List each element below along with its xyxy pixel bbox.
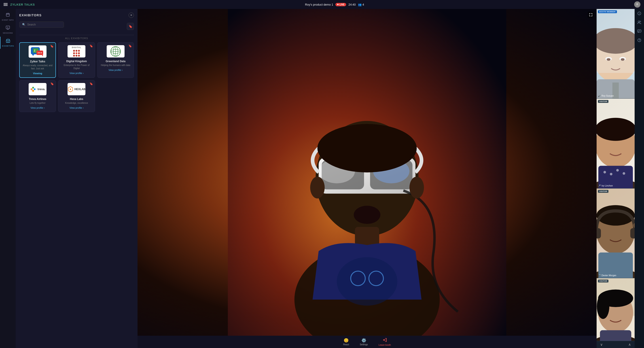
svg-marker-18 bbox=[42, 55, 43, 56]
all-exhibitors-label: ALL EXHIBITORS bbox=[19, 35, 134, 40]
svg-point-27 bbox=[34, 88, 36, 90]
svg-point-17 bbox=[41, 52, 42, 53]
card-name-hex: Hexa Labs bbox=[70, 98, 83, 101]
sidebar-label-sessions: SESSIONS bbox=[3, 32, 13, 34]
exhibitor-card-digital-kingdom[interactable]: 🔖 DIGITAL bbox=[58, 42, 95, 78]
bookmark-icon-dk[interactable]: 🔖 bbox=[90, 44, 93, 48]
card-name-zt: Zylker Talks bbox=[30, 60, 45, 63]
card-name-treva: Treva Airlines bbox=[29, 98, 46, 101]
hamburger-menu[interactable] bbox=[4, 3, 8, 6]
sidebar-item-event-info[interactable]: EVENT INFO bbox=[0, 11, 16, 23]
svg-point-15 bbox=[38, 52, 39, 53]
card-name-gd: Greenland Data bbox=[106, 60, 126, 63]
logo-digital-kingdom: DIGITAL bbox=[68, 45, 86, 58]
svg-text:Z: Z bbox=[34, 50, 35, 52]
exhibitors-panel: EXHIBITORS ✕ 🔍 🔖 ALL EXHIBITORS 🔖 Z bbox=[16, 9, 138, 174]
card-action-zt[interactable]: Viewing bbox=[33, 72, 42, 75]
search-icon: 🔍 bbox=[22, 23, 26, 26]
card-action-dk[interactable]: View profile › bbox=[70, 72, 84, 74]
exhibitor-card-hexa-labs[interactable]: 🔖 HEXLAB Hexa Labs Knowledge, excellence… bbox=[58, 80, 95, 112]
card-action-hex[interactable]: View profile › bbox=[70, 106, 84, 109]
card-desc-gd: Helping the humans with data bbox=[101, 64, 130, 67]
bookmark-filter-button[interactable]: 🔖 bbox=[127, 23, 134, 30]
sidebar-label-exhibitors: EXHIBITORS bbox=[2, 45, 14, 47]
main-area: EXHIBITORS ✕ 🔍 🔖 ALL EXHIBITORS 🔖 Z bbox=[16, 9, 322, 174]
logo-treva-airlines: treva. bbox=[28, 83, 46, 95]
exhibitors-icon bbox=[6, 38, 10, 44]
card-action-treva[interactable]: View profile › bbox=[30, 106, 44, 109]
sidebar-item-exhibitors[interactable]: EXHIBITORS bbox=[0, 37, 16, 49]
logo-greenland-data bbox=[107, 45, 124, 58]
event-info-icon bbox=[6, 12, 10, 18]
svg-point-26 bbox=[32, 87, 34, 88]
logo-hexa-labs: HEXLAB bbox=[68, 83, 86, 95]
bookmark-icon-hex[interactable]: 🔖 bbox=[90, 82, 93, 86]
exhibitors-header: EXHIBITORS ✕ bbox=[19, 12, 134, 18]
svg-rect-0 bbox=[6, 14, 10, 16]
bookmark-icon-gd[interactable]: 🔖 bbox=[128, 44, 132, 48]
svg-point-25 bbox=[31, 88, 32, 90]
card-desc-hex: Knowledge, excellence bbox=[65, 102, 88, 105]
left-sidebar: EVENT INFO SESSIONS EXHIBITORS bbox=[0, 9, 16, 174]
close-exhibitors-button[interactable]: ✕ bbox=[128, 12, 134, 18]
search-input[interactable] bbox=[27, 23, 56, 26]
search-bar: 🔍 bbox=[19, 22, 64, 28]
exhibitors-title: EXHIBITORS bbox=[19, 14, 42, 17]
event-title: Roy's product demo 1 bbox=[305, 3, 322, 6]
card-desc-zt: Always ready, connected, and fast. Just … bbox=[22, 64, 53, 70]
exhibitor-card-treva-airlines[interactable]: 🔖 treva. Treva Airlines Lets f bbox=[19, 80, 56, 112]
svg-marker-13 bbox=[32, 54, 34, 56]
card-desc-dk: Enterprise to the Power of Digital bbox=[61, 64, 92, 70]
svg-point-30 bbox=[70, 88, 71, 90]
video-area: 😊 React ⚙️ Settings Leave booth bbox=[138, 9, 322, 174]
exhibitor-card-zylker-talks[interactable]: 🔖 Z Zylker Talks Always rea bbox=[19, 42, 56, 78]
nav-center: Roy's product demo 1 LIVE 24:40 👥 4 bbox=[35, 3, 322, 6]
svg-rect-8 bbox=[6, 40, 10, 42]
top-nav: ZYLKER TALKS Roy's product demo 1 LIVE 2… bbox=[0, 0, 322, 9]
exhibitor-grid: 🔖 Z Zylker Talks Always rea bbox=[19, 42, 134, 112]
sidebar-label-event-info: EVENT INFO bbox=[2, 19, 14, 21]
svg-point-16 bbox=[39, 52, 40, 53]
svg-point-28 bbox=[32, 90, 34, 92]
sessions-icon bbox=[6, 26, 10, 31]
brand-name: ZYLKER TALKS bbox=[10, 3, 35, 6]
exhibitor-card-greenland-data[interactable]: 🔖 Greenland Data Helping the humans with… bbox=[97, 42, 134, 78]
svg-rect-9 bbox=[8, 41, 9, 42]
card-name-dk: Digital Kingdom bbox=[66, 60, 87, 63]
sidebar-item-sessions[interactable]: SESSIONS bbox=[0, 24, 16, 36]
video-placeholder bbox=[138, 9, 322, 174]
bookmark-icon-treva[interactable]: 🔖 bbox=[50, 82, 54, 86]
logo-zylker-talks: Z bbox=[28, 46, 46, 58]
video-main bbox=[138, 9, 322, 174]
card-action-gd[interactable]: View profile › bbox=[108, 69, 122, 71]
bookmark-icon-zt[interactable]: 🔖 bbox=[50, 44, 54, 48]
svg-marker-5 bbox=[8, 27, 8, 28]
search-row: 🔍 🔖 bbox=[19, 22, 134, 31]
svg-rect-31 bbox=[228, 9, 322, 174]
card-desc-treva: Lets fly together bbox=[30, 102, 46, 105]
